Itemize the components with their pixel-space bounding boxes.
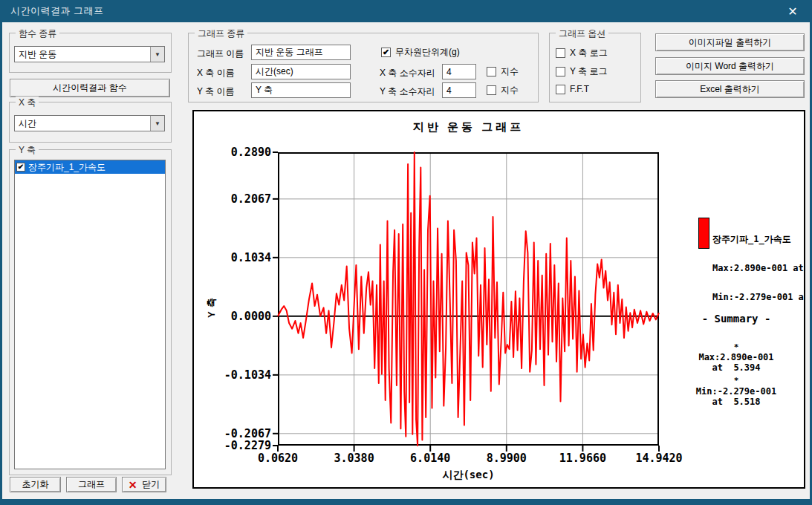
- y-tick-label: 0.2067: [194, 192, 271, 206]
- y-axis-name-input[interactable]: Y 축: [251, 82, 351, 98]
- function-type-combobox-value: 지반 운동: [15, 47, 150, 62]
- y-log-checkbox[interactable]: Y 축 로그: [556, 65, 607, 78]
- checkbox-box[interactable]: [487, 85, 496, 95]
- graph-name-label: 그래프 이름: [197, 48, 244, 60]
- acceleration-trace: [278, 152, 659, 446]
- checkbox-box[interactable]: [556, 85, 565, 94]
- y-log-label: Y 축 로그: [570, 65, 607, 78]
- graph-name-input[interactable]: 지반 운동 그래프: [251, 45, 351, 60]
- legend-min-line: Min:-2.279e-001 at: [712, 293, 805, 302]
- time-history-graph-dialog: 시간이력결과 그래프 ✕ 함수 종류 지반 운동 ▼ 시간이력결과 함수 X 축…: [0, 0, 812, 505]
- y-decimal-input[interactable]: 4: [442, 82, 476, 98]
- y-tick-label: 0.0000: [194, 310, 271, 323]
- y-axis-list-item[interactable]: ✔ 장주기파_1_가속도: [15, 160, 165, 174]
- window-title: 시간이력결과 그래프: [2, 4, 104, 18]
- title-bar: 시간이력결과 그래프 ✕: [2, 0, 810, 22]
- close-button[interactable]: ✕ 닫기: [122, 477, 166, 492]
- summary-max-at: at 5.394: [662, 362, 805, 373]
- function-type-group-label: 함수 종류: [16, 27, 59, 40]
- y-tick-label: 0.2890: [194, 146, 271, 159]
- chart-panel: 지반 운동 그래프 Y 축 시간(sec) 장주기파_1_가속도 Max:2.8…: [192, 110, 805, 489]
- y-tick-label: 0.1034: [194, 251, 271, 264]
- checkbox-box[interactable]: [487, 67, 496, 76]
- x-axis-name-label: X 축 이름: [197, 67, 235, 79]
- x-axis-combobox-value: 시간: [15, 116, 150, 131]
- checkbox-box[interactable]: [556, 48, 565, 58]
- y-axis-listbox[interactable]: ✔ 장주기파_1_가속도: [14, 160, 166, 469]
- summary-star: *: [662, 342, 805, 352]
- x-tick-label: 6.0140: [393, 452, 467, 465]
- export-image-word-button[interactable]: 이미지 Word 출력하기: [655, 57, 805, 75]
- summary-max-value: Max:2.890e-001: [662, 352, 805, 362]
- x-tick-label: 11.9660: [545, 452, 620, 465]
- chart-title: 지반 운동 그래프: [278, 120, 659, 134]
- y-axis-title: Y 축: [205, 285, 218, 330]
- graph-options-group-label: 그래프 옵션: [556, 27, 608, 40]
- legend-color-bar: [698, 218, 709, 249]
- plot-svg: [278, 152, 659, 446]
- x-axis-title: 시간(sec): [278, 469, 659, 482]
- y-tick-label: -0.1034: [194, 368, 271, 382]
- x-decimal-input[interactable]: 4: [442, 64, 476, 79]
- x-tick-label: 8.9900: [470, 452, 544, 465]
- x-exponent-checkbox[interactable]: 지수: [487, 65, 519, 78]
- close-icon[interactable]: ✕: [782, 0, 804, 22]
- export-image-file-button[interactable]: 이미지파일 출력하기: [655, 33, 805, 51]
- chevron-down-icon[interactable]: ▼: [150, 116, 164, 131]
- time-history-function-button[interactable]: 시간이력결과 함수: [10, 79, 170, 97]
- y-exponent-label: 지수: [501, 84, 519, 97]
- x-exponent-label: 지수: [501, 65, 519, 78]
- dimensionless-unit-label: 무차원단위계(g): [395, 46, 460, 59]
- summary-title: - Summary -: [662, 313, 805, 325]
- y-tick-label: -0.2279: [194, 439, 271, 452]
- y-axis-name-label: Y 축 이름: [197, 85, 234, 98]
- y-exponent-checkbox[interactable]: 지수: [487, 84, 519, 97]
- graph-button[interactable]: 그래프: [66, 477, 117, 492]
- y-axis-group-label: Y 축: [16, 144, 39, 157]
- close-button-label: 닫기: [142, 478, 160, 491]
- x-log-label: X 축 로그: [570, 47, 608, 59]
- graph-type-group-label: 그래프 종류: [195, 27, 247, 40]
- checkbox-box[interactable]: [556, 67, 565, 76]
- function-type-combobox[interactable]: 지반 운동 ▼: [14, 46, 165, 62]
- x-axis-name-input[interactable]: 시간(sec): [251, 64, 351, 79]
- close-x-icon: ✕: [129, 479, 137, 491]
- legend-max-line: Max:2.890e-001 at: [712, 264, 805, 273]
- y-decimal-label: Y 축 소수자리: [380, 85, 435, 98]
- x-log-checkbox[interactable]: X 축 로그: [556, 47, 608, 59]
- list-item-label: 장주기파_1_가속도: [28, 161, 105, 174]
- chevron-down-icon[interactable]: ▼: [150, 47, 164, 62]
- fft-label: F.F.T: [570, 84, 589, 94]
- x-tick-label: 14.9420: [622, 452, 696, 465]
- list-item-checkbox[interactable]: ✔: [16, 163, 25, 172]
- reset-button[interactable]: 초기화: [10, 477, 61, 492]
- x-axis-group-label: X 축: [16, 97, 39, 109]
- checkbox-box[interactable]: ✔: [381, 48, 391, 57]
- x-tick-label: 3.0380: [317, 452, 392, 465]
- export-excel-button[interactable]: Excel 출력하기: [655, 80, 805, 98]
- x-decimal-label: X 축 소수자리: [380, 67, 435, 79]
- legend-series-name: 장주기파_1_가속도: [712, 235, 805, 244]
- dimensionless-unit-checkbox[interactable]: ✔ 무차원단위계(g): [381, 46, 460, 59]
- summary-star: *: [662, 376, 805, 385]
- x-tick-label: 0.0620: [241, 452, 315, 465]
- summary-min-value: Min:-2.279e-001: [662, 386, 805, 397]
- fft-checkbox[interactable]: F.F.T: [556, 84, 589, 94]
- x-axis-combobox[interactable]: 시간 ▼: [14, 115, 165, 131]
- summary-min-at: at 5.518: [662, 397, 805, 407]
